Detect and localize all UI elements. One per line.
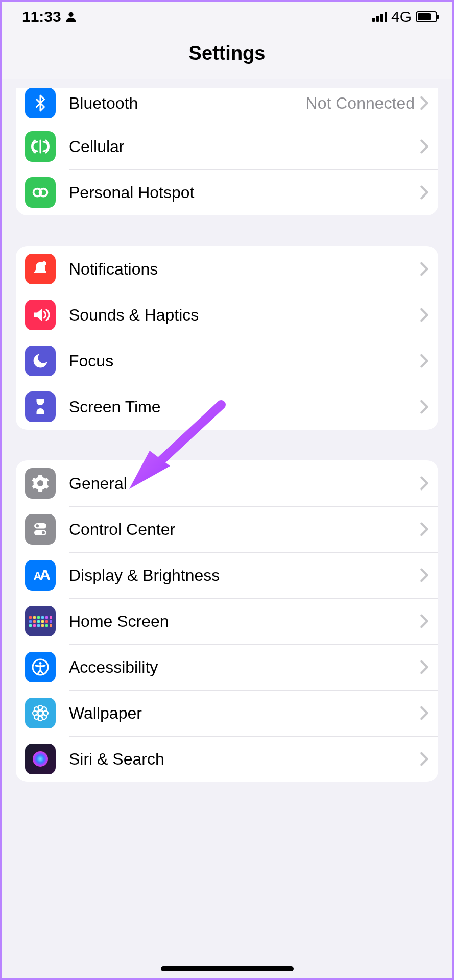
row-label: Screen Time [69,398,420,416]
chevron-right-icon [420,752,429,766]
row-siri-search[interactable]: Siri & Search [16,736,438,782]
chevron-right-icon [420,308,429,322]
status-right: 4G [372,8,437,26]
chevron-right-icon [420,522,429,536]
row-screen-time[interactable]: Screen Time [16,384,438,430]
svg-point-7 [42,531,45,534]
sounds-icon [25,300,56,330]
network-label: 4G [391,8,412,26]
svg-point-0 [68,12,73,17]
svg-point-6 [36,524,39,527]
row-label: Control Center [69,520,420,539]
home-indicator[interactable] [161,966,294,971]
row-general[interactable]: General [16,460,438,506]
svg-point-21 [33,751,48,767]
chevron-right-icon [420,185,429,200]
svg-point-3 [42,261,46,266]
svg-point-12 [38,711,43,716]
chevron-right-icon [420,568,429,582]
cellular-icon [25,131,56,162]
chevron-right-icon [420,476,429,491]
svg-text:A: A [40,566,50,583]
signal-icon [372,12,387,22]
chevron-right-icon [420,262,429,276]
status-bar: 11:33 4G [2,2,452,32]
row-detail: Not Connected [306,94,415,113]
row-bluetooth[interactable]: Bluetooth Not Connected [16,88,438,124]
row-label: Notifications [69,260,420,279]
row-label: General [69,474,420,493]
battery-icon [416,11,437,22]
row-label: Wallpaper [69,704,420,723]
row-label: Home Screen [69,612,420,631]
row-label: Accessibility [69,658,420,677]
row-label: Sounds & Haptics [69,306,420,325]
status-left: 11:33 [22,8,77,26]
chevron-right-icon [420,354,429,368]
page-title: Settings [2,42,452,64]
row-control-center[interactable]: Control Center [16,506,438,552]
row-label: Display & Brightness [69,566,420,585]
home-screen-icon [25,606,56,636]
status-time: 11:33 [22,8,61,26]
bluetooth-icon [25,88,56,118]
row-notifications[interactable]: Notifications [16,246,438,292]
row-personal-hotspot[interactable]: Personal Hotspot [16,169,438,215]
row-label: Bluetooth [69,94,306,113]
chevron-right-icon [420,706,429,720]
settings-group-alerts: Notifications Sounds & Haptics Focus Scr… [16,246,438,430]
chevron-right-icon [420,96,429,110]
display-icon: AA [25,560,56,591]
svg-point-11 [39,662,42,665]
notifications-icon [25,254,56,284]
row-display-brightness[interactable]: AA Display & Brightness [16,552,438,598]
siri-icon [25,744,56,774]
wallpaper-icon [25,698,56,728]
chevron-right-icon [420,660,429,674]
row-wallpaper[interactable]: Wallpaper [16,690,438,736]
row-focus[interactable]: Focus [16,338,438,384]
screen-time-icon [25,391,56,422]
gear-icon [25,468,56,499]
settings-list: Bluetooth Not Connected Cellular Persona… [2,88,452,978]
row-label: Siri & Search [69,750,420,769]
row-accessibility[interactable]: Accessibility [16,644,438,690]
focus-icon [25,346,56,376]
row-label: Focus [69,352,420,371]
row-label: Personal Hotspot [69,183,420,202]
control-center-icon [25,514,56,545]
hotspot-icon [25,177,56,208]
accessibility-icon [25,652,56,682]
settings-group-connectivity: Bluetooth Not Connected Cellular Persona… [16,88,438,215]
chevron-right-icon [420,139,429,154]
row-label: Cellular [69,137,420,156]
row-cellular[interactable]: Cellular [16,124,438,169]
settings-group-general: General Control Center AA Display & Brig… [16,460,438,782]
nav-header: Settings [2,32,452,79]
row-sounds-haptics[interactable]: Sounds & Haptics [16,292,438,338]
chevron-right-icon [420,614,429,628]
profile-icon [65,11,77,22]
chevron-right-icon [420,400,429,414]
row-home-screen[interactable]: Home Screen [16,598,438,644]
